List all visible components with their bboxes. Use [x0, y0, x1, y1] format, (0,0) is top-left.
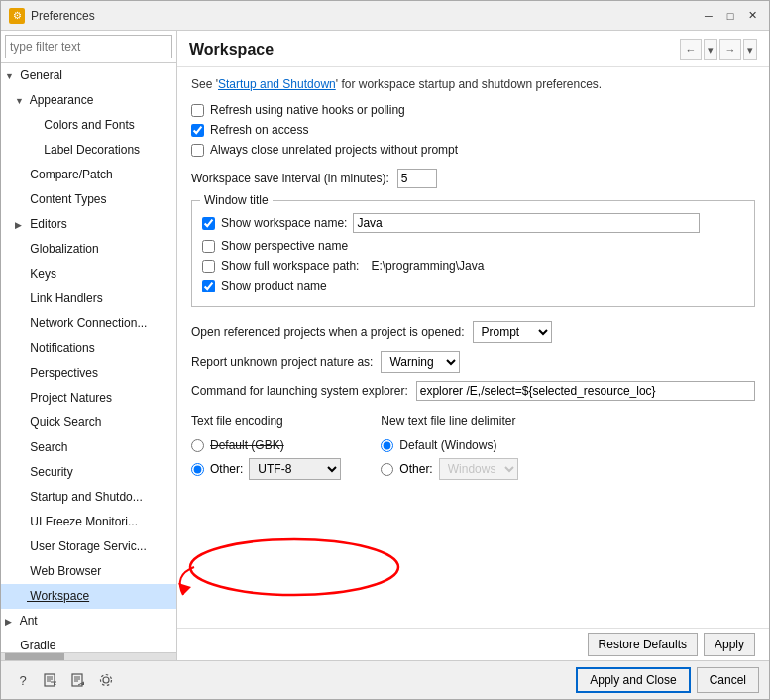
sidebar-item-ant[interactable]: ▶ Ant	[1, 609, 176, 634]
encoding-other-label[interactable]: Other:	[210, 462, 243, 476]
search-input[interactable]	[5, 35, 172, 58]
save-interval-label: Workspace save interval (in minutes):	[191, 172, 389, 185]
sidebar-item-notifications[interactable]: Notifications	[1, 336, 176, 361]
forward-dropdown-button[interactable]: ▾	[743, 39, 757, 60]
sidebar-item-quick-search[interactable]: Quick Search	[1, 410, 176, 435]
show-workspace-name-row: Show workspace name:	[202, 213, 744, 233]
sidebar-item-user-storage[interactable]: User Storage Servic...	[1, 534, 176, 559]
sidebar-item-search[interactable]: Search	[1, 435, 176, 460]
sidebar-item-editors[interactable]: ▶ Editors	[1, 212, 176, 237]
cancel-button[interactable]: Cancel	[697, 667, 759, 693]
startup-shutdown-link[interactable]: Startup and Shutdown	[218, 77, 336, 91]
show-full-path-checkbox[interactable]	[202, 260, 215, 273]
refresh-access-checkbox[interactable]	[191, 124, 204, 137]
sidebar-item-gradle[interactable]: Gradle	[1, 634, 176, 652]
dialog-footer: ?	[1, 660, 769, 699]
encoding-section: Text file encoding Default (GBK) Other: …	[191, 414, 755, 480]
import-icon	[70, 672, 86, 688]
panel-header: Workspace ← ▾ → ▾	[177, 31, 769, 67]
back-button[interactable]: ←	[680, 39, 702, 60]
apply-and-close-button[interactable]: Apply and Close	[576, 667, 690, 693]
maximize-button[interactable]: □	[721, 7, 739, 25]
show-perspective-name-row: Show perspective name	[202, 239, 744, 253]
sidebar-item-link-handlers[interactable]: Link Handlers	[1, 287, 176, 311]
refresh-native-row: Refresh using native hooks or polling	[191, 103, 755, 117]
export-preferences-button[interactable]	[39, 668, 62, 692]
sidebar-item-keys[interactable]: Keys	[1, 262, 176, 287]
always-close-checkbox[interactable]	[191, 144, 204, 157]
delimiter-default-label[interactable]: Default (Windows)	[399, 438, 496, 452]
show-perspective-name-label[interactable]: Show perspective name	[221, 239, 348, 253]
delimiter-other-select[interactable]: Windows Unix Mac	[439, 458, 518, 480]
delimiter-default-radio[interactable]	[381, 439, 393, 452]
sidebar-item-appearance[interactable]: ▼ Appearance	[1, 88, 176, 113]
refresh-native-label[interactable]: Refresh using native hooks or polling	[210, 103, 405, 117]
minimize-button[interactable]: ─	[700, 7, 717, 25]
sidebar-item-web-browser[interactable]: Web Browser	[1, 559, 176, 584]
sidebar-item-network-connections[interactable]: Network Connection...	[1, 311, 176, 336]
refresh-native-checkbox[interactable]	[191, 104, 204, 117]
sidebar-item-globalization[interactable]: Globalization	[1, 237, 176, 262]
encoding-default-label[interactable]: Default (GBK)	[210, 438, 284, 452]
close-button[interactable]: ✕	[743, 7, 761, 25]
sidebar-item-perspectives[interactable]: Perspectives	[1, 361, 176, 386]
sidebar-item-colors-fonts[interactable]: Colors and Fonts	[1, 113, 176, 138]
show-perspective-name-checkbox[interactable]	[202, 240, 215, 253]
sidebar-item-project-natures[interactable]: Project Natures	[1, 386, 176, 410]
tree-area: ▼ General ▼ Appearance Colors and Fonts …	[1, 63, 176, 652]
main-content: ▼ General ▼ Appearance Colors and Fonts …	[1, 31, 769, 660]
help-icon-button[interactable]: ?	[11, 668, 35, 692]
settings-button[interactable]	[94, 668, 118, 692]
expand-icon: ▼	[5, 66, 17, 86]
delimiter-other-radio[interactable]	[381, 463, 393, 476]
spacer-icon	[15, 513, 27, 532]
show-product-name-checkbox[interactable]	[202, 280, 215, 292]
show-workspace-name-checkbox[interactable]	[202, 217, 215, 230]
window-title-content: Show workspace name: Show perspective na…	[202, 213, 744, 292]
sidebar-item-label-decorations[interactable]: Label Decorations	[1, 138, 176, 163]
show-product-name-row: Show product name	[202, 279, 744, 292]
sidebar-item-security[interactable]: Security	[1, 460, 176, 485]
delimiter-default-row: Default (Windows)	[381, 438, 517, 452]
delimiter-other-label[interactable]: Other:	[399, 462, 432, 476]
open-referenced-label: Open referenced projects when a project …	[191, 325, 465, 339]
spacer-icon	[15, 562, 27, 582]
open-referenced-select[interactable]: Prompt Never Always	[473, 321, 552, 343]
spacer-icon	[15, 190, 27, 210]
always-close-label[interactable]: Always close unrelated projects without …	[210, 143, 458, 157]
command-input[interactable]	[416, 381, 755, 401]
refresh-access-row: Refresh on access	[191, 123, 755, 137]
line-delimiter-group: New text file line delimiter Default (Wi…	[381, 414, 517, 480]
sidebar-item-general[interactable]: ▼ General	[1, 63, 176, 88]
sidebar-item-ui-freeze[interactable]: UI Freeze Monitori...	[1, 510, 176, 534]
encoding-other-radio[interactable]	[191, 463, 204, 476]
app-icon: ⚙	[9, 8, 25, 24]
sidebar-item-startup-shutdown[interactable]: Startup and Shutdo...	[1, 485, 176, 510]
sidebar-item-workspace[interactable]: Workspace	[1, 584, 176, 609]
sidebar-scrollbar[interactable]	[1, 652, 176, 660]
spacer-icon	[15, 463, 27, 483]
show-full-path-label[interactable]: Show full workspace path:	[221, 259, 359, 273]
sidebar-item-content-types[interactable]: Content Types	[1, 187, 176, 212]
spacer-icon	[15, 265, 27, 285]
workspace-name-input[interactable]	[353, 213, 700, 233]
sidebar-item-compare-patch[interactable]: Compare/Patch	[1, 163, 176, 187]
apply-button[interactable]: Apply	[704, 633, 755, 656]
titlebar: ⚙ Preferences ─ □ ✕	[1, 1, 769, 31]
encoding-default-radio[interactable]	[191, 439, 204, 452]
show-product-name-label[interactable]: Show product name	[221, 279, 327, 292]
refresh-access-label[interactable]: Refresh on access	[210, 123, 308, 137]
encoding-other-select[interactable]: UTF-8 UTF-16 ISO-8859-1 US-ASCII	[249, 458, 341, 480]
back-dropdown-button[interactable]: ▾	[704, 39, 717, 60]
titlebar-title: Preferences	[31, 9, 95, 23]
command-row: Command for launching system explorer:	[191, 381, 755, 401]
encoding-default-row: Default (GBK)	[191, 438, 341, 452]
show-workspace-name-label[interactable]: Show workspace name:	[221, 216, 347, 230]
report-unknown-select[interactable]: Warning Error Ignore	[381, 351, 460, 373]
import-preferences-button[interactable]	[66, 668, 90, 692]
forward-button[interactable]: →	[719, 39, 741, 60]
expand-icon: ▼	[15, 91, 27, 111]
command-label: Command for launching system explorer:	[191, 384, 408, 398]
restore-defaults-button[interactable]: Restore Defaults	[588, 633, 698, 656]
save-interval-input[interactable]	[397, 169, 437, 188]
